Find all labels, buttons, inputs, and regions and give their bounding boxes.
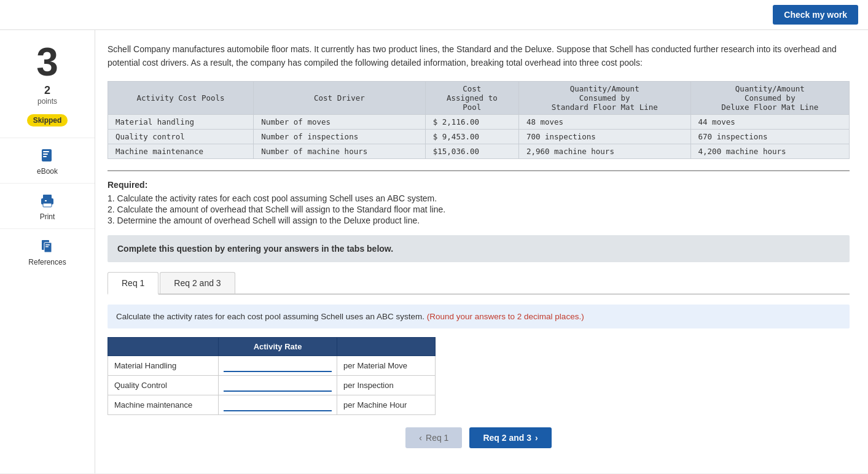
points-label: points: [37, 97, 57, 106]
req1-nav-button[interactable]: ‹ Req 1: [405, 427, 462, 448]
required-item-3: 3. Determine the amount of overhead Sche…: [108, 216, 850, 225]
sidebar-item-ebook[interactable]: eBook: [0, 138, 95, 183]
answer-col-header-label: [108, 337, 219, 356]
required-item-1: 1. Calculate the activity rates for each…: [108, 193, 850, 203]
answer-input-cell-material[interactable]: [219, 356, 337, 375]
answer-col-header-rate: Activity Rate: [219, 337, 337, 356]
svg-rect-11: [45, 246, 49, 247]
tab-req1[interactable]: Req 1: [108, 272, 158, 295]
points-value: 2: [44, 84, 50, 97]
data-table: Activity Cost Pools Cost Driver CostAssi…: [108, 81, 850, 159]
sidebar-item-print[interactable]: Print: [0, 183, 95, 228]
col-header-cost: CostAssigned toPool: [425, 81, 518, 114]
answer-row-quality: Quality Control per Inspection: [108, 375, 436, 395]
qty-std-material: 48 moves: [518, 114, 690, 129]
svg-rect-3: [43, 156, 47, 157]
ebook-label: eBook: [37, 167, 58, 176]
qty-std-quality: 700 inspections: [518, 129, 690, 144]
tab-req23[interactable]: Req 2 and 3: [160, 272, 235, 293]
col-header-activity: Activity Cost Pools: [108, 81, 254, 114]
required-item-2: 2. Calculate the amount of overhead that…: [108, 204, 850, 214]
answer-unit-quality: per Inspection: [337, 375, 436, 395]
ebook-icon: [37, 146, 57, 165]
req23-nav-label: Req 2 and 3: [483, 433, 531, 443]
svg-rect-7: [45, 200, 47, 201]
sidebar: 3 2 points Skipped eBook: [0, 30, 95, 473]
answer-input-quality[interactable]: [224, 379, 332, 392]
answer-row-machine: Machine maintenance per Machine Hour: [108, 395, 436, 414]
svg-rect-6: [43, 203, 52, 207]
answer-col-header-unit: [337, 337, 436, 356]
skipped-badge: Skipped: [27, 114, 68, 126]
qty-dlx-quality: 670 inspections: [690, 129, 849, 144]
complete-question-box: Complete this question by entering your …: [108, 235, 850, 262]
svg-rect-10: [45, 244, 50, 246]
instruction-main-text: Calculate the activity rates for each co…: [116, 312, 424, 321]
activity-quality: Quality control: [108, 129, 254, 144]
cost-machine: $15,036.00: [425, 144, 518, 158]
bottom-nav: ‹ Req 1 Req 2 and 3 ›: [108, 427, 850, 448]
col-header-qty-standard: Quantity/AmountConsumed byStandard Floor…: [518, 81, 690, 114]
main-layout: 3 2 points Skipped eBook: [0, 30, 868, 473]
qty-dlx-material: 44 moves: [690, 114, 849, 129]
req1-nav-label: Req 1: [426, 433, 448, 443]
answer-input-machine[interactable]: [224, 398, 332, 411]
answer-table: Activity Rate Material Handling per Mate…: [108, 337, 436, 415]
chevron-left-icon: ‹: [419, 433, 422, 443]
col-header-driver: Cost Driver: [254, 81, 426, 114]
svg-rect-9: [44, 243, 52, 252]
req23-nav-button[interactable]: Req 2 and 3 ›: [469, 427, 551, 448]
table-row: Machine maintenance Number of machine ho…: [108, 144, 850, 158]
required-section: Required: 1. Calculate the activity rate…: [108, 180, 850, 225]
instruction-box: Calculate the activity rates for each co…: [108, 305, 850, 328]
svg-rect-1: [43, 151, 49, 152]
qty-dlx-machine: 4,200 machine hours: [690, 144, 849, 158]
answer-unit-material: per Material Move: [337, 356, 436, 375]
problem-description: Schell Company manufactures automobile f…: [108, 42, 850, 70]
answer-input-material[interactable]: [224, 359, 332, 372]
answer-unit-machine: per Machine Hour: [337, 395, 436, 414]
required-title: Required:: [108, 180, 850, 190]
answer-label-material: Material Handling: [108, 356, 219, 375]
cost-material: $ 2,116.00: [425, 114, 518, 129]
divider: [108, 170, 850, 171]
tabs-row: Req 1 Req 2 and 3: [108, 272, 850, 295]
top-bar: Check my work: [0, 0, 868, 30]
driver-machine: Number of machine hours: [254, 144, 426, 158]
chevron-right-icon: ›: [535, 433, 538, 443]
table-row: Material handling Number of moves $ 2,11…: [108, 114, 850, 129]
references-icon: [37, 236, 57, 256]
answer-label-machine: Machine maintenance: [108, 395, 219, 414]
col-header-qty-deluxe: Quantity/AmountConsumed byDeluxe Floor M…: [690, 81, 849, 114]
qty-std-machine: 2,960 machine hours: [518, 144, 690, 158]
instruction-highlight-text: (Round your answers to 2 decimal places.…: [427, 312, 584, 321]
driver-quality: Number of inspections: [254, 129, 426, 144]
answer-input-cell-quality[interactable]: [219, 375, 337, 395]
check-my-work-button[interactable]: Check my work: [773, 5, 858, 25]
activity-machine: Machine maintenance: [108, 144, 254, 158]
sidebar-item-references[interactable]: References: [0, 228, 95, 274]
question-number: 3: [36, 36, 58, 84]
answer-row-material: Material Handling per Material Move: [108, 356, 436, 375]
cost-quality: $ 9,453.00: [425, 129, 518, 144]
driver-material: Number of moves: [254, 114, 426, 129]
print-icon: [37, 191, 57, 211]
content-area: Schell Company manufactures automobile f…: [95, 30, 868, 473]
svg-rect-2: [43, 153, 48, 155]
table-row: Quality control Number of inspections $ …: [108, 129, 850, 144]
answer-label-quality: Quality Control: [108, 375, 219, 395]
answer-input-cell-machine[interactable]: [219, 395, 337, 414]
print-label: Print: [40, 212, 55, 221]
activity-material: Material handling: [108, 114, 254, 129]
references-label: References: [28, 258, 66, 266]
